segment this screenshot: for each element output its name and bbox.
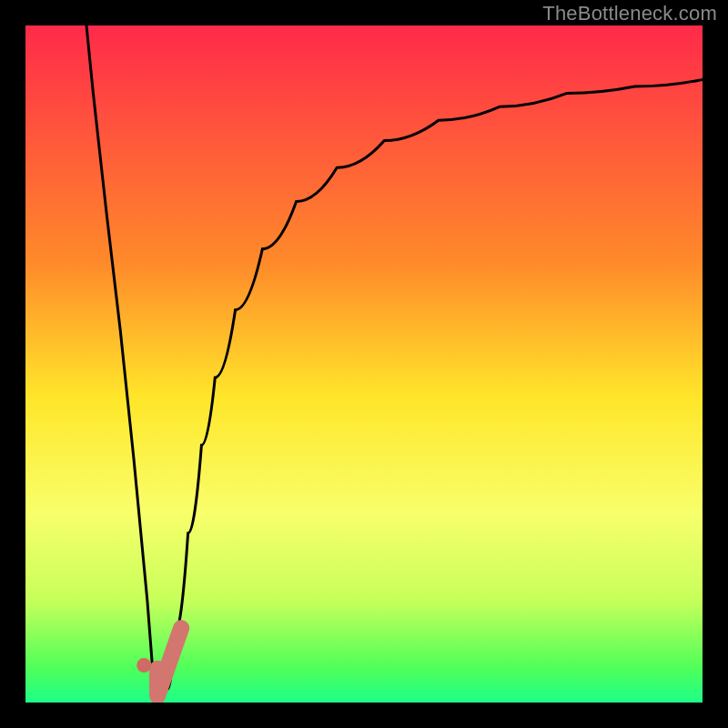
curve-right — [167, 80, 703, 690]
chart-frame: TheBottleneck.com — [0, 0, 728, 728]
marker-dot — [136, 658, 151, 672]
plot-area — [25, 25, 703, 703]
chart-svg — [25, 25, 703, 703]
watermark-text: TheBottleneck.com — [542, 2, 717, 25]
marker-tick — [157, 628, 181, 695]
curve-left — [86, 25, 154, 689]
